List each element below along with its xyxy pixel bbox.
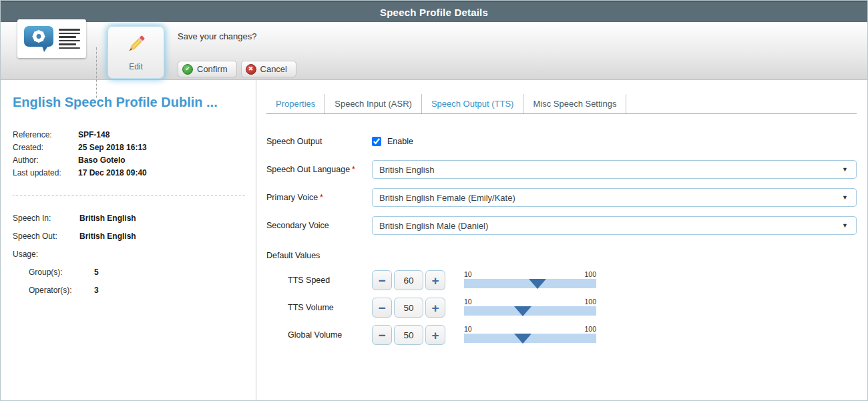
meta-label: Last updated: xyxy=(13,167,78,179)
summary-row-speech-in: Speech In: British English xyxy=(13,210,245,228)
global-volume-stepper: − 50 + xyxy=(372,325,445,345)
secondary-voice-select[interactable]: British English Male (Daniel) ▼ xyxy=(372,216,857,235)
speech-profile-details-window: Speech Profile Details xyxy=(0,0,868,401)
meta-row-created: Created: 25 Sep 2018 16:13 xyxy=(13,141,245,154)
caret-down-icon: ▼ xyxy=(842,222,848,229)
enable-checkbox[interactable] xyxy=(372,137,381,146)
meta-label: Created: xyxy=(13,141,78,154)
slider-track[interactable] xyxy=(464,306,596,316)
summary-label: Speech Out: xyxy=(13,228,79,246)
slider-marker-icon[interactable] xyxy=(514,306,531,316)
speech-out-language-label: Speech Out Language* xyxy=(266,165,372,174)
primary-voice-value: British English Female (Emily/Kate) xyxy=(379,193,515,203)
confirm-button[interactable]: ✔ Confirm xyxy=(178,61,237,77)
secondary-voice-row: Secondary Voice British English Male (Da… xyxy=(266,216,857,235)
slider-min-label: 10 xyxy=(464,325,472,333)
global-volume-slider[interactable]: 10 100 xyxy=(464,325,596,343)
meta-value: 25 Sep 2018 16:13 xyxy=(78,141,147,154)
global-volume-value: 50 xyxy=(394,325,423,345)
profile-title: English Speech Profile Dublin ... xyxy=(13,95,245,110)
slider-max-label: 100 xyxy=(584,270,596,278)
summary-value: 3 xyxy=(94,282,99,300)
slider-max-label: 100 xyxy=(584,325,596,333)
default-values-label: Default Values xyxy=(266,251,857,260)
tts-speed-slider[interactable]: 10 100 xyxy=(464,270,596,288)
global-volume-label: Global Volume xyxy=(266,330,372,340)
cancel-button[interactable]: ✖ Cancel xyxy=(241,61,296,77)
summary-row-operators: Operator(s): 3 xyxy=(13,282,245,300)
summary-row-groups: Group(s): 5 xyxy=(13,264,245,282)
cancel-button-label: Cancel xyxy=(260,64,287,74)
plus-button[interactable]: + xyxy=(425,298,445,318)
tts-speed-row: TTS Speed − 60 + 10 100 xyxy=(266,270,857,290)
meta-label: Reference: xyxy=(13,129,78,141)
enable-checkbox-label: Enable xyxy=(387,137,413,146)
slider-marker-icon[interactable] xyxy=(514,334,531,344)
required-asterisk: * xyxy=(320,193,323,202)
speech-output-enable-row: Speech Output Enable xyxy=(266,134,857,148)
summary-label: Group(s): xyxy=(29,264,94,282)
summary-row-speech-out: Speech Out: British English xyxy=(13,228,245,246)
summary-value: 5 xyxy=(94,264,99,282)
slider-track[interactable] xyxy=(464,279,596,288)
tts-volume-stepper: − 50 + xyxy=(372,298,445,318)
global-volume-row: Global Volume − 50 + 10 100 xyxy=(266,325,857,345)
tab-speech-output-tts[interactable]: Speech Output (TTS) xyxy=(422,94,524,113)
check-circle-icon: ✔ xyxy=(182,64,193,75)
speech-output-label: Speech Output xyxy=(266,137,372,146)
tab-misc-speech-settings[interactable]: Misc Speech Settings xyxy=(523,94,626,113)
summary-label: Speech In: xyxy=(13,210,79,228)
summary-label: Operator(s): xyxy=(29,282,94,300)
speech-out-language-value: British English xyxy=(379,165,434,175)
slider-min-label: 10 xyxy=(464,270,472,278)
speech-out-language-select[interactable]: British English ▼ xyxy=(372,160,857,179)
tts-speed-stepper: − 60 + xyxy=(372,270,445,290)
edit-button-label: Edit xyxy=(129,62,143,71)
slider-track[interactable] xyxy=(464,334,596,343)
tab-bar: Properties Speech Input (ASR) Speech Out… xyxy=(266,94,857,114)
meta-value: SPF-148 xyxy=(78,129,110,141)
caret-down-icon: ▼ xyxy=(842,194,848,201)
plus-button[interactable]: + xyxy=(425,270,445,290)
dotted-divider xyxy=(13,195,245,195)
plus-button[interactable]: + xyxy=(425,325,445,345)
profile-usage-summary: Speech In: British English Speech Out: B… xyxy=(13,210,245,300)
meta-row-author: Author: Baso Gotelo xyxy=(13,154,245,167)
primary-voice-label: Primary Voice* xyxy=(266,193,372,202)
save-changes-area: Save your changes? ✔ Confirm ✖ Cancel xyxy=(178,31,257,41)
tab-speech-input-asr[interactable]: Speech Input (ASR) xyxy=(325,94,422,113)
speech-profile-app-icon xyxy=(17,19,86,58)
save-changes-prompt: Save your changes? xyxy=(178,31,257,41)
tts-volume-row: TTS Volume − 50 + 10 100 xyxy=(266,298,857,318)
profile-meta: Reference: SPF-148 Created: 25 Sep 2018 … xyxy=(13,129,245,179)
minus-button[interactable]: − xyxy=(372,325,392,345)
meta-row-last-updated: Last updated: 17 Dec 2018 09:40 xyxy=(13,167,245,179)
secondary-voice-value: British English Male (Daniel) xyxy=(379,221,488,231)
required-asterisk: * xyxy=(352,165,355,174)
primary-voice-row: Primary Voice* British English Female (E… xyxy=(266,188,857,207)
tts-volume-value: 50 xyxy=(394,298,423,318)
secondary-voice-label: Secondary Voice xyxy=(266,221,372,230)
tab-properties[interactable]: Properties xyxy=(266,94,325,113)
speech-output-form: Speech Output Enable Speech Out Language… xyxy=(266,134,857,345)
tts-speed-label: TTS Speed xyxy=(266,276,372,285)
minus-button[interactable]: − xyxy=(372,270,392,290)
tts-volume-slider[interactable]: 10 100 xyxy=(464,298,596,316)
summary-row-usage: Usage: xyxy=(13,246,245,264)
caret-down-icon: ▼ xyxy=(842,166,848,173)
tts-volume-label: TTS Volume xyxy=(266,303,372,312)
pencil-icon xyxy=(126,33,147,57)
edit-button[interactable]: Edit xyxy=(107,26,164,79)
slider-marker-icon[interactable] xyxy=(529,279,546,289)
primary-voice-select[interactable]: British English Female (Emily/Kate) ▼ xyxy=(372,188,857,207)
window-titlebar: Speech Profile Details xyxy=(1,1,867,22)
minus-button[interactable]: − xyxy=(372,298,392,318)
slider-max-label: 100 xyxy=(584,298,596,306)
slider-min-label: 10 xyxy=(464,298,472,306)
meta-row-reference: Reference: SPF-148 xyxy=(13,129,245,141)
tts-speed-value: 60 xyxy=(394,270,423,290)
x-circle-icon: ✖ xyxy=(246,64,256,75)
main-content: English Speech Profile Dublin ... Refere… xyxy=(1,80,867,400)
meta-label: Author: xyxy=(13,154,78,167)
speech-bubble-gear-icon xyxy=(23,25,54,53)
